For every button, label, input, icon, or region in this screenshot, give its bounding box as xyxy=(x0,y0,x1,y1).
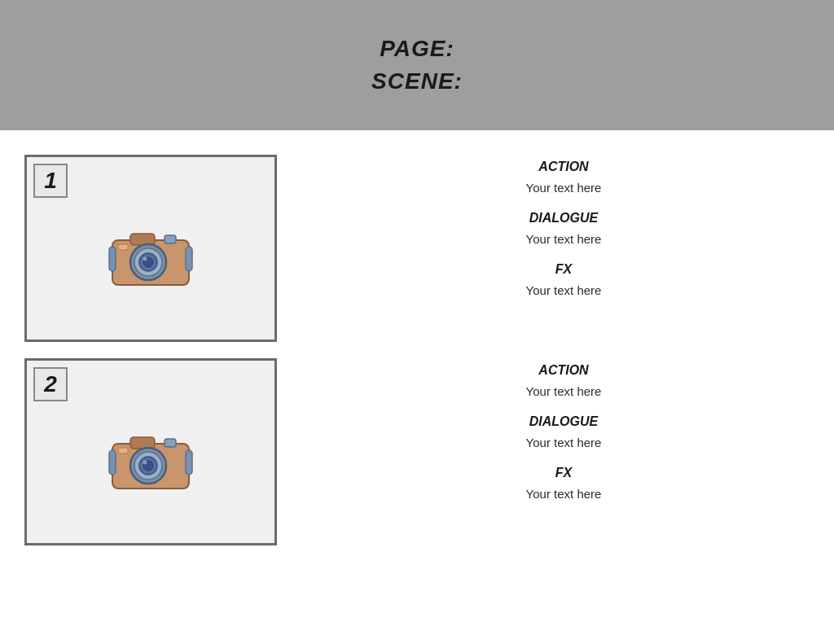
dialogue-text-2: Your text here xyxy=(309,436,818,449)
fx-text-2: Your text here xyxy=(309,487,818,501)
panel-number-2: 2 xyxy=(33,367,68,401)
svg-rect-8 xyxy=(109,247,116,271)
camera-image-1 xyxy=(106,224,195,289)
action-text-1: Your text here xyxy=(309,181,818,195)
main-content: 1 xyxy=(0,130,834,570)
storyboard-panel-2: 2 xyxy=(24,358,277,545)
script-panel-2: ACTION Your text here DIALOGUE Your text… xyxy=(309,358,818,506)
action-text-2: Your text here xyxy=(309,384,818,398)
svg-rect-10 xyxy=(118,244,128,250)
action-label-2: ACTION xyxy=(309,363,818,378)
svg-rect-9 xyxy=(186,247,192,271)
svg-rect-19 xyxy=(109,450,116,475)
panel-number-1: 1 xyxy=(33,164,68,198)
camera-icon-2 xyxy=(106,427,195,493)
svg-point-18 xyxy=(143,461,147,465)
dialogue-text-1: Your text here xyxy=(309,232,818,246)
script-panel-1: ACTION Your text here DIALOGUE Your text… xyxy=(309,155,818,302)
panel-row-1: 1 xyxy=(24,155,818,342)
action-label-1: ACTION xyxy=(309,160,818,174)
page-label: PAGE: xyxy=(380,36,454,62)
svg-rect-13 xyxy=(165,439,176,447)
page-header: PAGE: SCENE: xyxy=(0,0,834,130)
svg-rect-2 xyxy=(165,235,176,243)
fx-text-1: Your text here xyxy=(309,283,818,297)
camera-image-2 xyxy=(106,427,195,493)
svg-rect-1 xyxy=(130,234,155,245)
panel-row-2: 2 ACTION Your text here xyxy=(24,358,818,545)
svg-rect-21 xyxy=(118,448,128,453)
fx-label-1: FX xyxy=(309,262,818,277)
storyboard-panel-1: 1 xyxy=(24,155,277,342)
svg-point-7 xyxy=(143,257,147,261)
svg-rect-12 xyxy=(130,437,155,449)
svg-rect-20 xyxy=(186,450,192,475)
fx-label-2: FX xyxy=(309,466,818,480)
camera-icon-1 xyxy=(106,224,195,289)
dialogue-label-1: DIALOGUE xyxy=(309,211,818,226)
dialogue-label-2: DIALOGUE xyxy=(309,414,818,429)
scene-label: SCENE: xyxy=(371,68,463,94)
